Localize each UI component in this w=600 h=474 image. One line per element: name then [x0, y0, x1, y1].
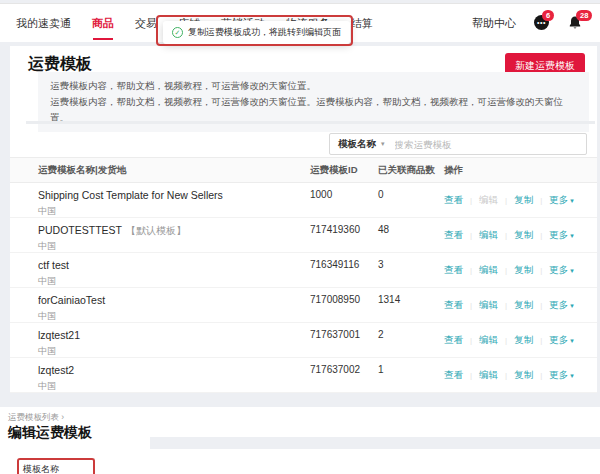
- nav-item-home[interactable]: 我的速卖通: [16, 16, 71, 31]
- nav-right-group: 帮助中心 ••• 6 28: [472, 15, 584, 31]
- linked-count: 2: [378, 323, 444, 358]
- success-check-icon: ✓: [172, 27, 183, 38]
- chevron-down-icon: ▾: [570, 302, 574, 309]
- table-row: Shipping Cost Template for New Sellers 中…: [10, 183, 597, 218]
- more-dropdown[interactable]: 更多▾: [549, 369, 574, 382]
- background-strip: [150, 437, 600, 449]
- linked-count: 0: [378, 183, 444, 218]
- ship-from: 中国: [38, 380, 310, 393]
- help-center-link[interactable]: 帮助中心: [472, 16, 516, 31]
- message-icon[interactable]: ••• 6: [534, 15, 550, 31]
- edit-link[interactable]: 编辑: [479, 369, 498, 382]
- more-dropdown[interactable]: 更多▾: [549, 229, 574, 242]
- chevron-down-icon: ▾: [570, 267, 574, 274]
- col-header-count: 已关联商品数: [378, 164, 444, 177]
- col-header-name: 运费模板名称|发货地: [38, 164, 310, 177]
- copy-link[interactable]: 复制: [514, 334, 533, 347]
- bell-icon[interactable]: 28: [568, 15, 584, 31]
- toast-message: 复制运费模板成功，将跳转到编辑页面: [188, 26, 341, 39]
- view-link[interactable]: 查看: [444, 229, 463, 242]
- search-filter-label: 模板名称: [338, 138, 376, 151]
- edit-link[interactable]: 编辑: [479, 264, 498, 277]
- more-dropdown[interactable]: 更多▾: [549, 264, 574, 277]
- default-template-tag: 【默认模板】: [126, 225, 186, 236]
- chevron-down-icon: ▾: [570, 232, 574, 239]
- edit-link: 编辑: [479, 194, 498, 207]
- template-name-cell: ctf test 中国: [38, 253, 310, 288]
- col-header-actions: 操作: [444, 164, 597, 177]
- search-filter-dropdown[interactable]: 模板名称 ▾: [330, 138, 393, 151]
- linked-count: 48: [378, 218, 444, 253]
- copy-link[interactable]: 复制: [514, 264, 533, 277]
- template-id: 717637002: [310, 358, 378, 393]
- row-actions: 查看| 编辑| 复制| 更多▾: [444, 358, 597, 393]
- ship-from: 中国: [38, 310, 310, 323]
- template-id: 717637001: [310, 323, 378, 358]
- template-id: 717008950: [310, 288, 378, 323]
- ship-from: 中国: [38, 275, 310, 288]
- message-badge: 6: [542, 10, 554, 21]
- table-row: forCainiaoTest 中国 717008950 1314 查看| 编辑|…: [10, 288, 597, 323]
- row-actions: 查看| 编辑| 复制| 更多▾: [444, 183, 597, 218]
- edit-link[interactable]: 编辑: [479, 334, 498, 347]
- table-row: lzqtest21 中国 717637001 2 查看| 编辑| 复制| 更多▾: [10, 323, 597, 358]
- description-line-1: 运费模板内容，帮助文档，视频教程，可运营修改的天窗位置。: [50, 78, 577, 94]
- notification-badge: 28: [576, 10, 592, 21]
- linked-count: 3: [378, 253, 444, 288]
- edit-page-title: 编辑运费模板: [8, 424, 92, 442]
- col-header-id: 运费模板ID: [310, 164, 378, 177]
- row-actions: 查看| 编辑| 复制| 更多▾: [444, 253, 597, 288]
- chevron-down-icon: ▾: [570, 197, 574, 204]
- template-name-cell: Shipping Cost Template for New Sellers 中…: [38, 183, 310, 218]
- copy-link[interactable]: 复制: [514, 369, 533, 382]
- table-header-row: 运费模板名称|发货地 运费模板ID 已关联商品数 操作: [10, 157, 597, 183]
- view-link[interactable]: 查看: [444, 194, 463, 207]
- row-actions: 查看| 编辑| 复制| 更多▾: [444, 218, 597, 253]
- copy-link[interactable]: 复制: [514, 229, 533, 242]
- row-actions: 查看| 编辑| 复制| 更多▾: [444, 323, 597, 358]
- chevron-down-icon: ▾: [570, 337, 574, 344]
- chevron-down-icon: ▾: [381, 140, 385, 148]
- row-actions: 查看| 编辑| 复制| 更多▾: [444, 288, 597, 323]
- copy-link[interactable]: 复制: [514, 299, 533, 312]
- template-name-cell: lzqtest2 中国: [38, 358, 310, 393]
- nav-item-settlement[interactable]: 结算: [351, 16, 373, 31]
- template-id: 717419360: [310, 218, 378, 253]
- template-name-cell: lzqtest21 中国: [38, 323, 310, 358]
- template-name-field-label: 模板名称: [23, 463, 59, 474]
- table-row: lzqtest2 中国 717637002 1 查看| 编辑| 复制| 更多▾: [10, 358, 597, 393]
- template-id: 716349116: [310, 253, 378, 288]
- view-link[interactable]: 查看: [444, 299, 463, 312]
- nav-item-orders[interactable]: 交易: [135, 16, 157, 31]
- view-link[interactable]: 查看: [444, 334, 463, 347]
- shipping-template-card: 运费模板 新建运费模板 运费模板内容，帮助文档，视频教程，可运营修改的天窗位置。…: [10, 46, 597, 393]
- edit-link[interactable]: 编辑: [479, 299, 498, 312]
- template-id: 1000: [310, 183, 378, 218]
- linked-count: 1314: [378, 288, 444, 323]
- ship-from: 中国: [38, 205, 310, 218]
- copy-link[interactable]: 复制: [514, 194, 533, 207]
- more-dropdown[interactable]: 更多▾: [549, 299, 574, 312]
- success-toast: ✓ 复制运费模板成功，将跳转到编辑页面: [163, 21, 350, 44]
- linked-count: 1: [378, 358, 444, 393]
- edit-link[interactable]: 编辑: [479, 229, 498, 242]
- more-dropdown[interactable]: 更多▾: [549, 194, 574, 207]
- template-name-cell: forCainiaoTest 中国: [38, 288, 310, 323]
- view-link[interactable]: 查看: [444, 264, 463, 277]
- ship-from: 中国: [38, 240, 310, 253]
- table-row: ctf test 中国 716349116 3 查看| 编辑| 复制| 更多▾: [10, 253, 597, 288]
- ship-from: 中国: [38, 345, 310, 358]
- chevron-down-icon: ▾: [570, 372, 574, 379]
- template-search-bar: 模板名称 ▾: [329, 133, 587, 155]
- view-link[interactable]: 查看: [444, 369, 463, 382]
- nav-item-products[interactable]: 商品: [92, 16, 114, 31]
- templates-table: 运费模板名称|发货地 运费模板ID 已关联商品数 操作 Shipping Cos…: [10, 157, 597, 393]
- search-input[interactable]: [393, 139, 586, 150]
- table-row: PUDOTESTTEST【默认模板】 中国 717419360 48 查看| 编…: [10, 218, 597, 253]
- more-dropdown[interactable]: 更多▾: [549, 334, 574, 347]
- section-divider: [26, 121, 595, 124]
- template-name-cell: PUDOTESTTEST【默认模板】 中国: [38, 218, 310, 253]
- breadcrumb[interactable]: 运费模板列表 ›: [8, 412, 64, 424]
